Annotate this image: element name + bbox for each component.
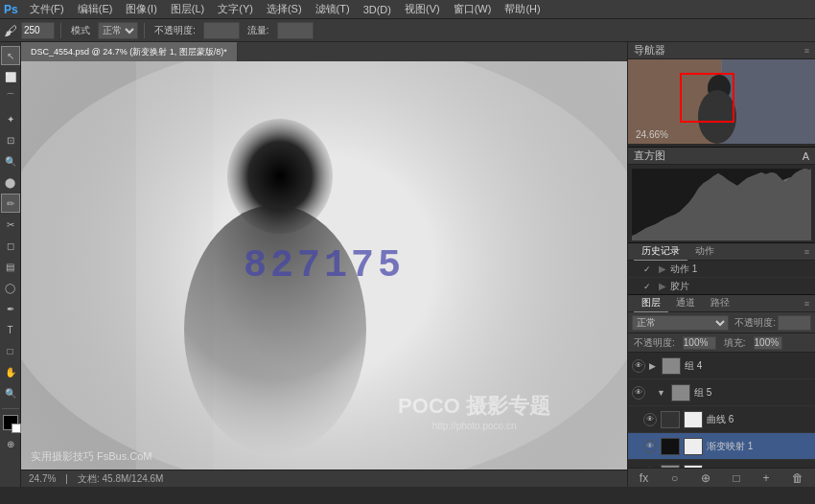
layer-3-thumb [661,438,680,455]
menu-view[interactable]: 视图(V) [399,0,446,18]
blend-mode-select[interactable]: 正常 [632,315,729,331]
histogram-panel: 直方图 A [628,148,815,243]
layers-collapse[interactable]: ≡ [804,299,809,309]
menu-text[interactable]: 文字(Y) [212,0,259,18]
fill-input2[interactable] [754,336,782,350]
layer-1[interactable]: 👁 ▼ 组 5 [628,379,815,406]
tab-history[interactable]: 历史记录 [634,243,687,262]
menu-3d[interactable]: 3D(D) [358,2,397,17]
tool-pen[interactable]: ✒ [1,299,20,318]
tool-dodge[interactable]: ◯ [1,278,20,297]
tool-selection[interactable]: ⬜ [1,67,20,86]
tool-gradient[interactable]: ▤ [1,257,20,276]
tab-paths[interactable]: 路径 [703,295,737,313]
layer-3-name: 渐变映射 1 [707,440,811,453]
tool-zoom[interactable]: 🔍 [1,383,20,402]
tool-lasso[interactable]: ⌒ [1,88,20,107]
layer-new-btn[interactable]: + [758,471,773,485]
canvas-tab-active[interactable]: DSC_4554.psd @ 24.7% (新变换射 1, 图层蒙版/8)* [21,42,238,61]
history-collapse[interactable]: ≡ [804,247,809,257]
layer-mask-btn[interactable]: ○ [667,471,682,485]
menu-filter[interactable]: 滤镜(T) [310,0,356,18]
history-item-1[interactable]: ✓▶胶片 [628,278,815,294]
tool-wand[interactable]: ✦ [1,109,20,128]
history-list[interactable]: ✓▶动作 1 ✓▶胶片 ✓▶scharif ✓▶auto1 ✓▼autoskin… [628,261,815,294]
menu-file[interactable]: 文件(F) [24,0,70,18]
navigator-collapse[interactable]: ≡ [804,46,809,56]
layer-3-eye[interactable]: 👁 [643,440,657,453]
status-sep: | [65,473,68,484]
history-tabs: 历史记录 动作 [634,243,722,262]
layer-3[interactable]: 👁 渐变映射 1 [628,433,815,460]
tool-move[interactable]: ↖ [1,46,20,65]
brush-size-input[interactable] [21,22,55,39]
layer-0[interactable]: 👁 ▶ 组 4 [628,353,815,379]
canvas-tabs: DSC_4554.psd @ 24.7% (新变换射 1, 图层蒙版/8)* [21,42,627,61]
histogram-chart [632,169,811,241]
menu-window[interactable]: 窗口(W) [448,0,498,18]
navigator-preview[interactable]: 24.66% [628,59,815,144]
layer-1-eye[interactable]: 👁 [632,386,645,400]
layers-tabs: 图层 通道 路径 [634,295,737,313]
poco-sub: http://photo.poco.cn [398,421,550,431]
layer-2-eye[interactable]: 👁 [643,413,657,426]
layer-delete-btn[interactable]: 🗑 [788,471,807,485]
layer-2-mask-thumb [684,411,703,428]
menu-edit[interactable]: 编辑(E) [72,0,119,18]
tool-hand[interactable]: ✋ [1,362,20,381]
main-area: ↖ ⬜ ⌒ ✦ ⊡ 🔍 ⬤ ✏ ✂ ◻ ▤ ◯ ✒ T □ ✋ 🔍 ⊕ DSC_… [0,42,815,487]
menu-select[interactable]: 选择(S) [261,0,308,18]
layer-1-thumb [671,384,690,401]
tool-brush[interactable]: ✏ [1,194,20,213]
layer-2[interactable]: 👁 曲线 6 [628,406,815,433]
layers-toolbar: 正常 不透明度: 100% [628,312,815,333]
opacity-label: 不透明度: [151,22,199,39]
flow-input[interactable]: 100% [277,22,314,39]
tab-actions[interactable]: 动作 [687,243,722,262]
right-panels: 导航器 ≡ 24.66% 直方图 [627,42,815,487]
status-zoom: 24.7% [29,473,56,484]
tab-channels[interactable]: 通道 [668,295,703,313]
opacity-input-layers[interactable]: 100% [778,315,811,331]
tool-eraser[interactable]: ◻ [1,236,20,255]
tab-layers[interactable]: 图层 [634,295,668,313]
canvas-viewport[interactable]: 827175 POCO 摄影专题 http://photo.poco.cn 实用… [21,61,627,470]
tool-text[interactable]: T [1,320,20,339]
layers-footer: fx ○ ⊕ □ + 🗑 [628,468,815,487]
tool-clone[interactable]: ✂ [1,215,20,234]
menu-bar: Ps 文件(F) 编辑(E) 图像(I) 图层(L) 文字(Y) 选择(S) 滤… [0,0,815,19]
layer-adj-btn[interactable]: ⊕ [697,471,714,485]
mode-select[interactable]: 正常 [98,22,138,39]
history-panel: 历史记录 动作 ≡ ✓▶动作 1 ✓▶胶片 ✓▶scharif ✓▶auto1 … [628,243,815,295]
layer-0-eye[interactable]: 👁 [632,359,645,373]
fill-input[interactable] [683,336,716,350]
menu-help[interactable]: 帮助(H) [499,0,546,18]
fill-label: 不透明度: [634,336,675,350]
svg-point-11 [698,90,736,144]
fsbus-watermark: 实用摄影技巧 FsBus.CoM [31,449,152,464]
opacity-input[interactable]: 84% [203,22,240,39]
layer-group-btn[interactable]: □ [730,471,744,485]
watermark-poco: POCO 摄影专题 http://photo.poco.cn [398,392,550,431]
svg-rect-9 [722,59,816,144]
layer-effects-btn[interactable]: fx [636,471,652,485]
toolbar: 🖌 模式 正常 不透明度: 84% 流量: 100% [0,19,815,42]
tool-crop[interactable]: ⊡ [1,130,20,149]
layer-0-name: 组 4 [685,359,811,373]
app-icon: Ps [4,3,18,16]
layer-1-name: 组 5 [694,386,811,400]
menu-image[interactable]: 图像(I) [120,0,162,18]
menu-layer[interactable]: 图层(L) [165,0,210,18]
toolbar-separator-2 [144,23,145,38]
tool-eyedropper[interactable]: 🔍 [1,151,20,171]
layers-header: 图层 通道 路径 ≡ [628,295,815,312]
photo-background: 827175 POCO 摄影专题 http://photo.poco.cn 实用… [21,61,627,470]
navigator-panel: 导航器 ≡ 24.66% [628,42,815,148]
tool-mask[interactable]: ⊕ [1,434,20,453]
tool-panel: ↖ ⬜ ⌒ ✦ ⊡ 🔍 ⬤ ✏ ✂ ◻ ▤ ◯ ✒ T □ ✋ 🔍 ⊕ [0,42,21,487]
layer-4[interactable]: 👁 自然地度 2 [628,460,815,468]
tool-spot-heal[interactable]: ⬤ [1,172,20,192]
history-item-0[interactable]: ✓▶动作 1 [628,261,815,278]
tool-shape[interactable]: □ [1,341,20,360]
navigator-header: 导航器 ≡ [628,42,815,59]
